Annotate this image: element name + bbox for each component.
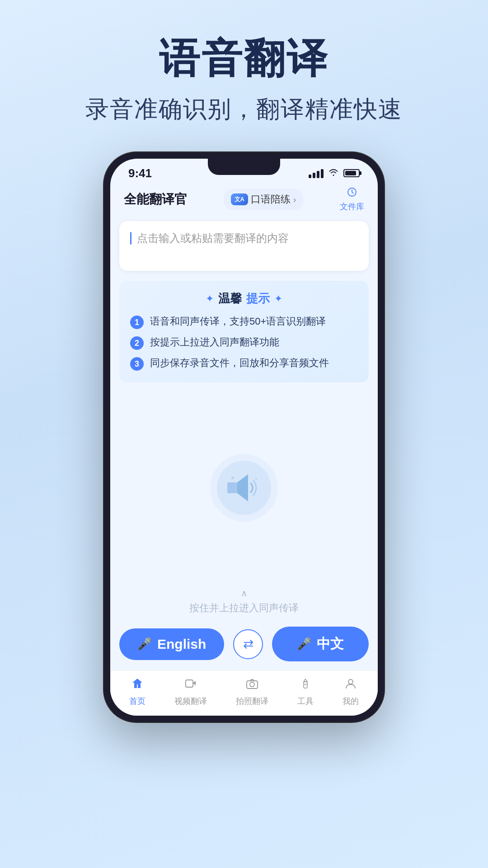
file-library-button[interactable]: 文件库 [340,187,364,212]
svg-rect-5 [186,680,193,687]
nav-item-tools[interactable]: 工具 [297,677,314,707]
promo-section: 语音翻译 录音准确识别，翻译精准快速 [0,0,488,125]
promo-subtitle: 录音准确识别，翻译精准快速 [0,94,488,125]
video-icon [184,677,197,693]
tools-icon [299,677,312,693]
tips-warm-text: 温馨 [218,291,242,307]
svg-point-8 [250,682,254,687]
swap-icon: ⇄ [243,637,253,651]
file-library-label: 文件库 [340,201,364,212]
nav-item-photo[interactable]: 拍照翻译 [236,677,268,707]
microphone-chinese-icon: 🎤 [297,637,311,651]
nav-item-home[interactable]: 首页 [129,677,145,707]
svg-point-4 [255,478,257,480]
wifi-icon [328,167,339,179]
swap-language-button[interactable]: ⇄ [233,629,263,659]
bottom-navigation: 首页 视频翻译 [110,670,378,716]
profile-icon [344,677,357,693]
svg-marker-2 [237,474,248,501]
app-header: 全能翻译官 文A 口语陪练 › 文件库 [110,181,378,217]
translation-input[interactable]: 点击输入或粘贴需要翻译的内容 [119,221,369,271]
tip-text-3: 同步保存录音文件，回放和分享音频文件 [150,356,358,370]
file-library-icon [347,187,357,200]
swipe-text: 按住并上拉进入同声传译 [189,602,299,613]
nav-label-profile: 我的 [343,696,359,707]
tip-item-1: 1 语音和同声传译，支持50+语言识别翻译 [130,315,358,329]
tips-highlight-text: 提示 [246,291,270,307]
phone-notch [208,159,280,175]
spark-left-icon: ✦ [206,293,214,305]
english-label: English [157,637,206,652]
tip-item-3: 3 同步保存录音文件，回放和分享音频文件 [130,356,358,371]
swipe-hint: ∧ 按住并上拉进入同声传译 [110,583,378,619]
nav-label-photo: 拍照翻译 [236,696,268,707]
oral-label: 口语陪练 [251,193,291,206]
tip-text-2: 按提示上拉进入同声翻译功能 [150,335,358,349]
chinese-label: 中文 [317,635,344,653]
tips-box: ✦ 温馨提示 ✦ 1 语音和同声传译，支持50+语言识别翻译 2 按提示上拉进入… [119,281,369,382]
chinese-button[interactable]: 🎤 中文 [272,627,369,661]
speaker-area [110,388,378,583]
english-button[interactable]: 🎤 English [119,628,224,660]
tips-title: ✦ 温馨提示 ✦ [130,291,358,307]
tip-item-2: 2 按提示上拉进入同声翻译功能 [130,335,358,350]
phone-mockup: 9:41 [104,152,384,722]
app-title: 全能翻译官 [124,191,187,208]
cursor [130,232,131,245]
nav-label-tools: 工具 [297,696,314,707]
tip-number-2: 2 [130,336,144,350]
swipe-arrow-icon: ∧ [115,588,373,599]
nav-label-home: 首页 [129,696,145,707]
promo-title: 语音翻译 [0,36,488,81]
svg-point-3 [231,476,234,479]
tip-text-1: 语音和同声传译，支持50+语言识别翻译 [150,315,358,329]
oral-practice-badge[interactable]: 文A 口语陪练 › [224,189,304,210]
svg-point-11 [348,679,353,684]
chevron-right-icon: › [293,194,296,205]
speaker-icon [217,461,271,515]
nav-item-video[interactable]: 视频翻译 [174,677,207,707]
nav-label-video: 视频翻译 [174,696,207,707]
language-buttons: 🎤 English ⇄ 🎤 中文 [110,619,378,670]
translate-badge: 文A [231,193,248,205]
tip-number-3: 3 [130,357,144,371]
status-icons [309,167,360,179]
input-placeholder: 点击输入或粘贴需要翻译的内容 [137,232,289,244]
battery-icon [343,169,360,177]
phone-screen: 9:41 [110,159,378,716]
nav-item-profile[interactable]: 我的 [343,677,359,707]
microphone-english-icon: 🎤 [137,637,152,651]
svg-rect-9 [304,682,307,688]
status-time: 9:41 [128,166,152,180]
tip-number-1: 1 [130,316,144,329]
signal-icon [309,168,324,178]
camera-icon [246,677,258,693]
phone-wrapper: 9:41 [0,152,488,722]
svg-rect-1 [227,482,237,493]
spark-right-icon: ✦ [274,293,282,305]
home-icon [131,677,144,693]
